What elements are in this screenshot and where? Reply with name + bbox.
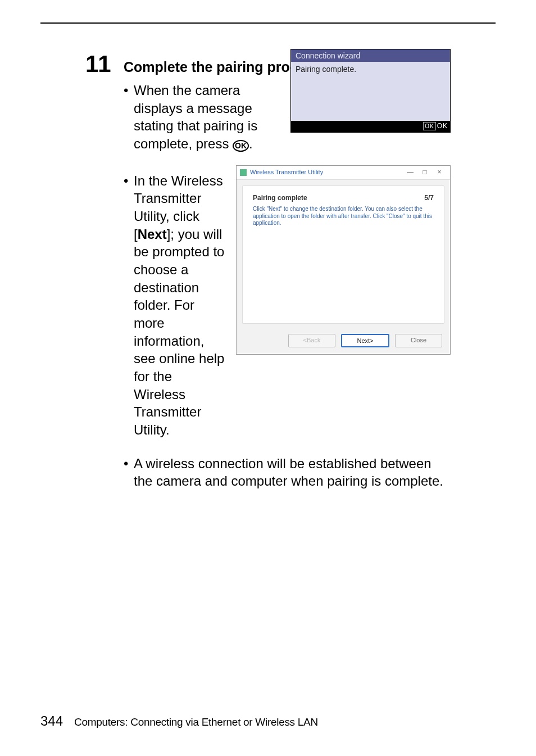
bullet-1-text: When the camera displays a message stati… (134, 82, 280, 153)
camera-lcd-ok-icon: OK (423, 122, 435, 130)
dialog-titlebar: Wireless Transmitter Utility — □ × (237, 166, 450, 180)
bullet-3-row: • A wireless connection will be establis… (124, 455, 451, 490)
close-button[interactable]: Close (395, 334, 442, 348)
bullet-dot: • (124, 82, 134, 153)
window-close-button[interactable]: × (432, 168, 447, 177)
dialog-heading: Pairing complete (253, 194, 434, 203)
back-button[interactable]: <Back (288, 334, 335, 348)
bullet-2-row: • In the Wireless Transmitter Utility, c… (124, 169, 451, 439)
camera-lcd-footer: OKOK (291, 121, 450, 132)
step-number: 11 (85, 52, 116, 76)
bullet-2-bold: Next (138, 227, 167, 242)
bullet-3: • A wireless connection will be establis… (124, 455, 451, 490)
bullet-2-post: ]; you will be prompted to choose a dest… (134, 227, 224, 437)
bullet-2: • In the Wireless Transmitter Utility, c… (124, 172, 226, 439)
page-section-title: Computers: Connecting via Ethernet or Wi… (74, 716, 318, 728)
ok-button-icon: OK (233, 140, 249, 152)
camera-lcd-title: Connection wizard (291, 49, 450, 62)
page-content: 11 Complete the pairing process. • When … (40, 22, 496, 490)
bullet-1-post: . (249, 136, 253, 151)
bullet-1: • When the camera displays a message sta… (124, 82, 280, 153)
dialog-step-indicator: 5/7 (424, 194, 434, 203)
app-icon (240, 169, 247, 176)
page-number: 344 (40, 713, 63, 729)
wireless-utility-dialog: Wireless Transmitter Utility — □ × 5/7 P… (236, 165, 451, 355)
camera-lcd-body: Pairing complete. (291, 62, 450, 121)
bullet-2-text: In the Wireless Transmitter Utility, cli… (134, 172, 226, 439)
window-minimize-button[interactable]: — (403, 168, 417, 177)
camera-lcd-ok-text: OK (437, 122, 448, 130)
dialog-body: 5/7 Pairing complete Click "Next" to cha… (242, 185, 444, 324)
dialog-title: Wireless Transmitter Utility (250, 168, 323, 176)
bullet-3-text: A wireless connection will be establishe… (134, 455, 451, 490)
bullet-2-text-col: • In the Wireless Transmitter Utility, c… (124, 169, 226, 439)
dialog-paragraph: Click "Next" to change the destination f… (253, 206, 434, 227)
camera-lcd-panel: Connection wizard Pairing complete. OKOK (290, 49, 451, 133)
dialog-button-row: <Back Next> Close (237, 329, 450, 355)
bullet-1-text-col: • When the camera displays a message sta… (124, 78, 280, 153)
bullet-dot: • (124, 172, 134, 439)
next-button[interactable]: Next> (341, 334, 389, 348)
bullet-1-row: • When the camera displays a message sta… (124, 78, 451, 153)
bullet-dot: • (124, 455, 134, 490)
page-footer: 344 Computers: Connecting via Ethernet o… (40, 713, 496, 729)
window-maximize-button[interactable]: □ (417, 168, 432, 177)
